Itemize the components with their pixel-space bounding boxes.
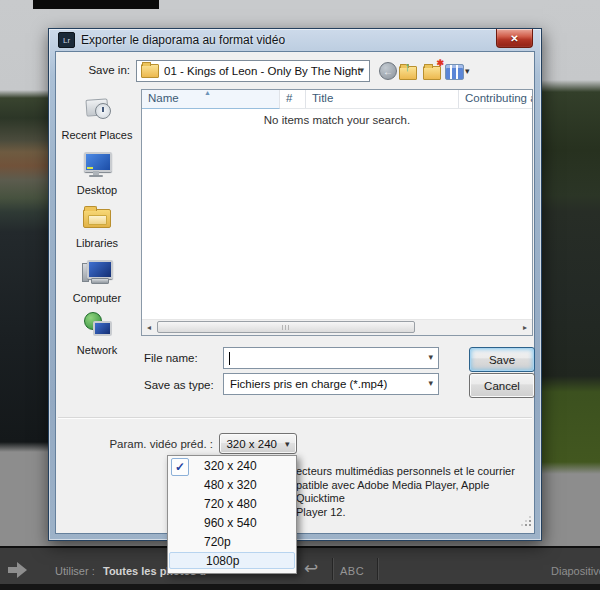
video-preset-menu: ✓ 320 x 240 480 x 320 720 x 480 960 x 54… [167,455,297,574]
save-button[interactable]: Save [469,347,535,372]
close-button[interactable]: ✕ [496,29,533,48]
section-divider [58,417,532,419]
cancel-button-label: Cancel [484,380,520,392]
back-arrow-glyph: ← [383,66,393,77]
file-name-label: File name: [144,352,198,364]
column-header-title[interactable]: Title [306,90,459,108]
save-as-type-dropdown[interactable]: Fichiers pris en charge (*.mp4) ▾ [223,373,439,395]
chevron-down-icon: ▾ [285,439,290,449]
sidebar-item-recent-places[interactable]: Recent Places [56,94,138,141]
screenshot-root: Lr Exporter le diaporama au format vidéo… [0,0,600,590]
sidebar-item-network[interactable]: Network [56,309,138,356]
desktop-icon [80,149,114,179]
libraries-icon [80,202,114,232]
resize-grip[interactable] [521,516,531,526]
scroll-right-icon[interactable]: ▸ [518,321,532,334]
menu-item-label: 480 x 320 [204,478,257,492]
file-name-input[interactable]: ▾ [223,347,439,369]
place-label: Recent Places [56,129,138,141]
sidebar-item-desktop[interactable]: Desktop [56,149,138,196]
column-header-number[interactable]: # [280,90,306,108]
toolbar-divider [332,558,334,580]
save-in-label: Save in: [86,64,130,76]
file-list-header: Name ▲ # Title Contributing art [142,90,532,109]
place-label: Network [56,344,138,356]
file-list[interactable]: Name ▲ # Title Contributing art No items… [141,89,533,336]
back-icon[interactable]: ← [379,62,397,80]
menu-item-label: 320 x 240 [204,459,257,473]
check-icon: ✓ [171,458,189,476]
column-label: Name [148,92,179,104]
save-as-type-label: Save as type: [144,379,214,391]
menu-item-label: 720p [204,535,231,549]
column-label: Contributing art [465,92,532,104]
folder-icon [423,66,441,80]
folder-icon [141,64,159,78]
preset-description: ecteurs multimédias personnels et le cou… [296,465,531,519]
rotate-return-icon[interactable]: ↩ [304,558,318,579]
save-in-value: 01 - Kings of Leon - Only By The Night [164,65,361,77]
menu-item-1080p[interactable]: 1080p [169,552,295,569]
chevron-down-icon: ▾ [359,65,364,75]
slide-label: Diapositive [551,565,600,577]
chevron-down-icon[interactable]: ▾ [428,352,433,362]
views-caret-icon[interactable]: ▾ [465,66,470,76]
background-photo-left [0,0,48,546]
lightroom-app-icon: Lr [58,32,75,48]
save-as-type-value: Fichiers pris en charge (*.mp4) [230,378,387,390]
description-line: Player 12. [296,506,531,520]
place-label: Desktop [56,184,138,196]
menu-item-320x240[interactable]: ✓ 320 x 240 [168,457,296,476]
place-label: Computer [56,292,138,304]
column-label: Title [312,92,333,104]
dialog-title: Exporter le diaporama au format vidéo [81,33,285,47]
up-one-level-icon[interactable]: ↑ [399,62,417,80]
place-label: Libraries [56,237,138,249]
computer-icon [80,257,114,287]
menu-item-label: 960 x 540 [204,516,257,530]
text-overlay-button[interactable]: ABC [340,565,364,577]
horizontal-scrollbar[interactable]: ◂ ▸ [142,319,532,335]
menu-item-label: 1080p [206,554,239,568]
column-header-contributing-artists[interactable]: Contributing art [459,90,532,108]
description-line: patible avec Adobe Media Player, Apple Q… [296,479,531,506]
menu-item-480x320[interactable]: 480 x 320 [168,476,296,495]
dialog-titlebar: Lr Exporter le diaporama au format vidéo [49,29,541,51]
menu-item-label: 720 x 480 [204,497,257,511]
text-cursor [229,352,230,365]
play-forward-icon[interactable] [8,562,30,578]
network-icon [80,309,114,339]
sidebar-item-computer[interactable]: Computer [56,257,138,304]
sort-ascending-icon: ▲ [204,89,211,96]
column-header-name[interactable]: Name ▲ [142,90,280,109]
scrollbar-thumb[interactable] [157,321,415,333]
save-button-label: Save [489,354,515,366]
toolbar-divider [377,558,379,580]
new-folder-icon[interactable]: ✱ [423,62,441,80]
video-preset-label: Param. vidéo préd. : [101,438,213,450]
video-preset-dropdown[interactable]: 320 x 240 ▾ [219,433,297,454]
close-icon: ✕ [510,33,518,44]
check-glyph: ✓ [175,458,185,477]
empty-list-message: No items match your search. [142,114,532,126]
up-arrow-glyph: ↑ [404,59,411,74]
sidebar-item-libraries[interactable]: Libraries [56,202,138,249]
scroll-left-icon[interactable]: ◂ [142,321,156,334]
lightroom-toolbar: Utiliser : Toutes les photos d ↩ ABC Dia… [0,546,600,590]
background-top-bar [33,0,159,9]
cancel-button[interactable]: Cancel [469,373,535,398]
recent-places-icon [80,94,114,124]
video-preset-value: 320 x 240 [226,438,277,450]
column-label: # [286,92,292,104]
menu-item-960x540[interactable]: 960 x 540 [168,514,296,533]
new-sparkle-glyph: ✱ [436,58,444,68]
menu-item-720p[interactable]: 720p [168,533,296,552]
description-line: ecteurs multimédias personnels et le cou… [296,465,531,479]
views-menu-icon[interactable] [445,64,464,80]
menu-item-720x480[interactable]: 720 x 480 [168,495,296,514]
chevron-down-icon: ▾ [428,378,433,388]
save-in-dropdown[interactable]: 01 - Kings of Leon - Only By The Night ▾ [136,60,370,82]
use-label: Utiliser : [55,565,95,577]
background-photo-right [542,0,600,546]
